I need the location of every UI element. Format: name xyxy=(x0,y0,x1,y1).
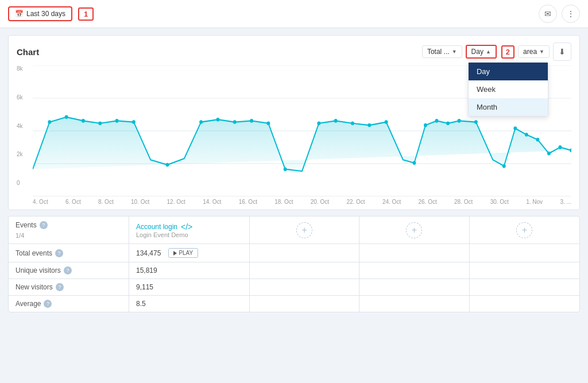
account-label: Account login xyxy=(136,223,177,231)
table-row-unique-visitors: Unique visitors ? 15,819 xyxy=(9,262,579,279)
table-header-row: Events ? 1/4 Account login </> Login Eve… xyxy=(9,216,579,244)
x-label-8oct: 8. Oct xyxy=(98,199,114,205)
total-events-value-cell: 134,475 PLAY xyxy=(129,244,250,262)
unique-visitors-value: 15,819 xyxy=(136,266,157,274)
svg-point-27 xyxy=(458,119,461,123)
play-button[interactable]: PLAY xyxy=(168,248,198,258)
dropdown-item-month[interactable]: Month xyxy=(469,98,548,116)
y-label-2k: 2k xyxy=(17,151,30,157)
svg-point-15 xyxy=(250,119,253,123)
average-help-icon[interactable]: ? xyxy=(44,300,52,308)
x-label-30oct: 30. Oct xyxy=(490,199,509,205)
svg-point-35 xyxy=(570,149,571,153)
code-icon: </> xyxy=(181,222,192,231)
total-events-col3 xyxy=(250,244,359,262)
add-col-3: + xyxy=(470,216,579,243)
total-chevron-icon: ▼ xyxy=(452,49,457,55)
email-button[interactable]: ✉ xyxy=(539,5,557,23)
unique-visitors-label: Unique visitors xyxy=(16,266,61,274)
account-sub-label: Login Event Demo xyxy=(136,231,192,238)
x-label-14oct: 14. Oct xyxy=(203,199,221,205)
svg-point-30 xyxy=(513,126,517,130)
x-axis-labels: 4. Oct 6. Oct 8. Oct 10. Oct 12. Oct 14.… xyxy=(17,198,571,205)
svg-point-23 xyxy=(412,161,416,165)
period-select[interactable]: Day ▲ xyxy=(466,45,497,59)
svg-point-25 xyxy=(435,119,439,123)
chart-title: Chart xyxy=(17,47,39,57)
svg-point-12 xyxy=(199,120,203,124)
average-label: Average xyxy=(16,300,41,308)
calendar-icon: 📅 xyxy=(15,10,24,18)
x-label-22oct: 22. Oct xyxy=(346,199,365,205)
events-help-icon[interactable]: ? xyxy=(40,221,48,229)
events-sub-label: 1/4 xyxy=(16,232,24,239)
average-col5 xyxy=(470,296,579,312)
total-events-value: 134,475 xyxy=(136,249,161,257)
events-column-header: Events ? 1/4 xyxy=(9,216,129,243)
add-button-2[interactable]: + xyxy=(406,222,422,238)
x-label-16oct: 16. Oct xyxy=(239,199,257,205)
svg-point-24 xyxy=(424,123,427,127)
unique-visitors-col4 xyxy=(359,262,469,278)
svg-point-7 xyxy=(82,119,85,123)
badge-1: 1 xyxy=(78,7,94,21)
svg-point-26 xyxy=(446,121,450,125)
add-col-2: + xyxy=(359,216,469,243)
new-visitors-col3 xyxy=(250,279,359,295)
new-visitors-label: New visitors xyxy=(16,283,53,291)
x-label-3: 3. ... xyxy=(560,199,571,205)
events-label: Events xyxy=(16,221,37,229)
average-col3 xyxy=(250,296,359,312)
svg-point-34 xyxy=(559,145,562,149)
view-chevron-icon: ▼ xyxy=(539,49,544,55)
y-label-4k: 4k xyxy=(17,123,30,129)
view-select[interactable]: area ▼ xyxy=(518,45,550,58)
x-label-28oct: 28. Oct xyxy=(454,199,473,205)
x-label-1nov: 1. Nov xyxy=(526,199,543,205)
svg-point-19 xyxy=(334,119,338,123)
view-select-label: area xyxy=(523,48,537,56)
new-visitors-help-icon[interactable]: ? xyxy=(56,283,64,291)
add-button-3[interactable]: + xyxy=(516,222,532,238)
unique-visitors-col5 xyxy=(470,262,579,278)
download-button[interactable]: ⬇ xyxy=(553,42,571,61)
unique-visitors-help-icon[interactable]: ? xyxy=(64,266,72,274)
total-select[interactable]: Total ... ▼ xyxy=(422,45,462,58)
more-options-button[interactable]: ⋮ xyxy=(562,5,580,23)
svg-point-14 xyxy=(233,120,237,124)
total-events-help-icon[interactable]: ? xyxy=(55,249,63,257)
period-chevron-icon: ▲ xyxy=(486,49,491,55)
svg-point-29 xyxy=(502,164,506,168)
chart-controls: Total ... ▼ Day ▲ 2 area ▼ ⬇ Day Week Mo xyxy=(422,42,571,61)
date-range-label: Last 30 days xyxy=(26,10,65,18)
add-col-1: + xyxy=(250,216,359,243)
svg-point-20 xyxy=(351,121,354,125)
average-value-cell: 8.5 xyxy=(129,296,250,312)
new-visitors-value: 9,115 xyxy=(136,283,153,291)
table-row-average: Average ? 8.5 xyxy=(9,296,579,312)
total-events-col5 xyxy=(470,244,579,262)
x-label-10oct: 10. Oct xyxy=(131,199,149,205)
x-label-6oct: 6. Oct xyxy=(65,199,81,205)
top-bar-right: ✉ ⋮ xyxy=(539,5,580,23)
svg-point-9 xyxy=(115,119,119,123)
table-row-new-visitors: New visitors ? 9,115 xyxy=(9,279,579,296)
dropdown-item-week[interactable]: Week xyxy=(469,80,548,98)
date-range-button[interactable]: 📅 Last 30 days xyxy=(8,6,72,21)
add-button-1[interactable]: + xyxy=(296,222,312,238)
svg-point-10 xyxy=(132,120,136,124)
total-events-label: Total events xyxy=(16,249,52,257)
svg-point-33 xyxy=(547,152,551,156)
average-value: 8.5 xyxy=(136,300,146,308)
badge-2: 2 xyxy=(501,45,514,59)
y-axis-labels: 0 2k 4k 6k 8k xyxy=(17,65,33,186)
total-select-label: Total ... xyxy=(427,48,450,56)
top-bar-left: 📅 Last 30 days 1 xyxy=(8,6,94,21)
x-label-18oct: 18. Oct xyxy=(274,199,293,205)
chart-panel: Chart Total ... ▼ Day ▲ 2 area ▼ ⬇ xyxy=(8,35,580,210)
svg-point-5 xyxy=(48,120,51,124)
svg-point-6 xyxy=(65,115,68,119)
dropdown-item-day[interactable]: Day xyxy=(469,63,548,80)
x-label-24oct: 24. Oct xyxy=(382,199,401,205)
y-label-0: 0 xyxy=(17,180,30,186)
